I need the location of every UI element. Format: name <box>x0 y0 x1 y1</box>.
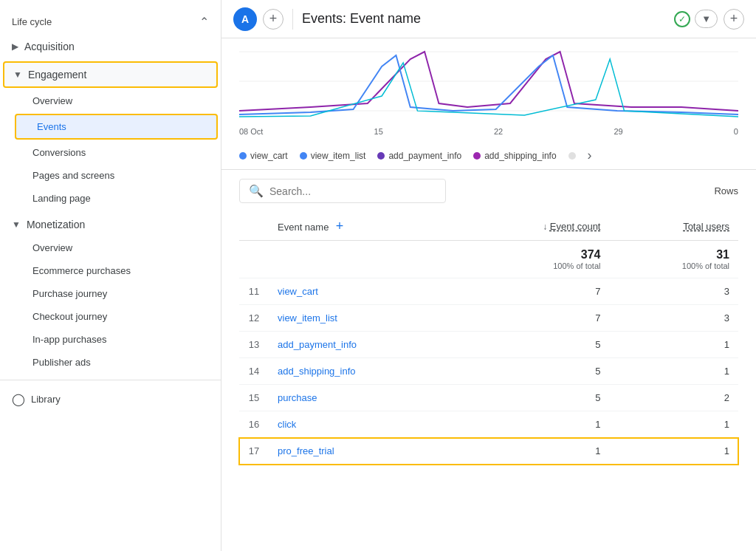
main-content: A + Events: Event name ✓ ▼ + <box>221 0 756 551</box>
row-total-users: 3 <box>609 305 738 332</box>
table-row: 11view_cart73 <box>239 278 738 305</box>
legend-dot-add-shipping <box>473 152 481 160</box>
table-row: 14add_shipping_info51 <box>239 358 738 385</box>
col-event-count[interactable]: ↓ Event count <box>460 212 609 241</box>
lifecycle-header[interactable]: Life cycle ⌃ <box>0 9 221 35</box>
purchase-journey-label: Purchase journey <box>32 288 107 299</box>
topbar-divider <box>292 9 293 30</box>
sidebar-item-monetization[interactable]: ▼ Monetization <box>0 213 215 236</box>
event-name-link[interactable]: view_item_list <box>278 312 337 324</box>
sidebar-item-inapp[interactable]: In-app purchases <box>12 328 215 351</box>
overview-monetization-label: Overview <box>32 242 72 253</box>
row-event-name: pro_free_trial <box>269 438 460 465</box>
sidebar-item-purchase-journey[interactable]: Purchase journey <box>12 282 215 305</box>
row-event-count: 7 <box>460 305 609 332</box>
search-box: 🔍 <box>239 179 446 203</box>
event-name-link[interactable]: pro_free_trial <box>278 445 334 456</box>
row-total-users: 1 <box>609 332 738 358</box>
legend-view-cart[interactable]: view_cart <box>239 151 288 161</box>
event-name-link[interactable]: view_cart <box>278 286 318 297</box>
lifecycle-label: Life cycle <box>12 16 52 27</box>
table-row: 15purchase52 <box>239 385 738 411</box>
sidebar-item-pages-screens[interactable]: Pages and screens <box>12 164 215 187</box>
topbar-dropdown[interactable]: ▼ <box>695 10 718 28</box>
conversions-label: Conversions <box>32 147 86 158</box>
events-label: Events <box>37 121 66 132</box>
sidebar-item-checkout-journey[interactable]: Checkout journey <box>12 305 215 328</box>
legend-add-shipping[interactable]: add_shipping_info <box>473 151 556 161</box>
chart-container <box>239 44 738 126</box>
table-row: 13add_payment_info51 <box>239 332 738 358</box>
sidebar: Life cycle ⌃ ▶ Acquisition ▼ Engagement … <box>0 0 221 551</box>
search-icon: 🔍 <box>249 184 264 198</box>
row-event-count: 5 <box>460 332 609 358</box>
event-name-link[interactable]: add_payment_info <box>278 339 357 350</box>
table-body: 11view_cart7312view_item_list7313add_pay… <box>239 278 738 465</box>
x-label-3: 29 <box>614 127 622 136</box>
chart-legend: view_cart view_item_list add_payment_inf… <box>239 142 738 169</box>
event-name-link[interactable]: add_shipping_info <box>278 366 356 377</box>
row-num: 17 <box>239 438 269 465</box>
legend-add-payment[interactable]: add_payment_info <box>377 151 461 161</box>
landing-page-label: Landing page <box>32 193 91 204</box>
sidebar-item-acquisition[interactable]: ▶ Acquisition <box>0 35 215 58</box>
events-table: Event name + ↓ Event count Total users <box>239 212 738 465</box>
line-chart <box>239 44 738 126</box>
legend-dot-view-item-list <box>300 152 307 160</box>
row-total-users: 3 <box>609 278 738 305</box>
sidebar-item-conversions[interactable]: Conversions <box>12 141 215 164</box>
sidebar-item-landing-page[interactable]: Landing page <box>12 187 215 210</box>
event-name-link[interactable]: purchase <box>278 392 317 403</box>
sidebar-item-events[interactable]: Events <box>15 114 218 140</box>
col-num <box>239 212 269 241</box>
page-title: Events: Event name <box>302 11 668 27</box>
publisher-ads-label: Publisher ads <box>32 357 91 368</box>
row-total-users: 1 <box>609 358 738 385</box>
ecommerce-label: Ecommerce purchases <box>32 265 131 276</box>
topbar: A + Events: Event name ✓ ▼ + <box>221 0 756 38</box>
row-event-name: click <box>269 411 460 438</box>
sort-icon: ↓ <box>543 222 547 232</box>
legend-chevron-right[interactable]: › <box>588 148 592 163</box>
row-num: 11 <box>239 278 269 305</box>
row-event-name: purchase <box>269 385 460 411</box>
add-account-button[interactable]: + <box>263 9 284 30</box>
acquisition-group: ▶ Acquisition <box>0 35 221 58</box>
lifecycle-chevron: ⌃ <box>199 15 209 29</box>
row-event-count: 1 <box>460 438 609 465</box>
row-num: 15 <box>239 385 269 411</box>
event-name-link[interactable]: click <box>278 419 296 430</box>
row-num: 16 <box>239 411 269 438</box>
legend-dot-view-cart <box>239 152 247 160</box>
acquisition-label: Acquisition <box>24 41 75 52</box>
sidebar-item-ecommerce[interactable]: Ecommerce purchases <box>12 259 215 282</box>
table-header-row: Event name + ↓ Event count Total users <box>239 212 738 241</box>
sidebar-item-publisher-ads[interactable]: Publisher ads <box>12 351 215 374</box>
sidebar-item-overview-engagement[interactable]: Overview <box>12 89 215 112</box>
table-search-row: 🔍 Rows <box>239 179 738 203</box>
sidebar-item-library[interactable]: ◯ Library <box>0 386 221 412</box>
table-row: 16click11 <box>239 411 738 438</box>
sidebar-item-overview-monetization[interactable]: Overview <box>12 236 215 259</box>
x-label-0: 08 Oct <box>239 127 263 136</box>
topbar-status: ✓ ▼ <box>674 10 718 28</box>
table-totals-row: 374 100% of total 31 100% of total <box>239 241 738 278</box>
sidebar-divider <box>0 380 221 380</box>
status-check-icon: ✓ <box>674 11 690 27</box>
search-input[interactable] <box>269 185 436 197</box>
add-comparison-button[interactable]: + <box>724 9 744 30</box>
x-label-1: 15 <box>374 127 383 136</box>
row-event-name: view_cart <box>269 278 460 305</box>
engagement-group: ▼ Engagement Overview Events Conversions… <box>0 61 221 210</box>
library-icon: ◯ <box>12 392 25 406</box>
add-column-button[interactable]: + <box>331 218 348 234</box>
engagement-label: Engagement <box>28 69 86 81</box>
row-event-count: 7 <box>460 278 609 305</box>
legend-view-item-list[interactable]: view_item_list <box>300 151 366 161</box>
sidebar-item-engagement[interactable]: ▼ Engagement <box>3 61 218 88</box>
legend-more <box>568 152 576 160</box>
x-label-2: 22 <box>494 127 503 136</box>
inapp-label: In-app purchases <box>32 334 106 345</box>
row-event-name: view_item_list <box>269 305 460 332</box>
content-area: 08 Oct 15 22 29 0 view_cart view_item_li… <box>221 38 756 551</box>
